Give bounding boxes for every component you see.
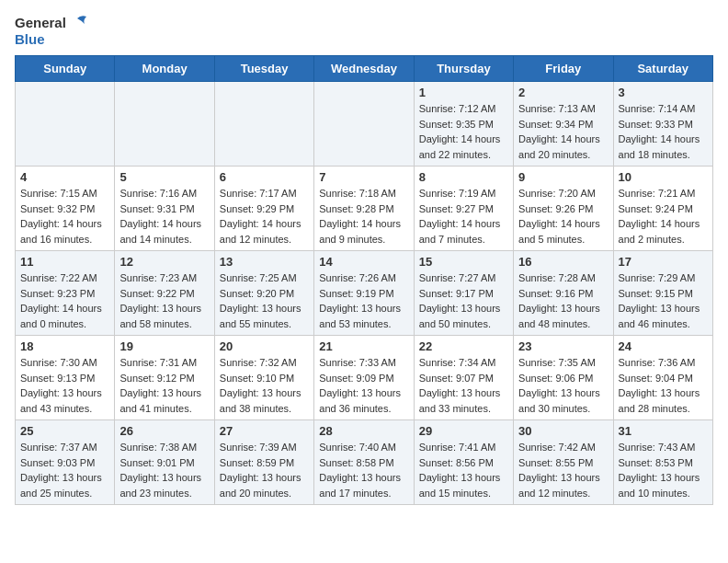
day-info: Sunrise: 7:19 AMSunset: 9:27 PMDaylight:… xyxy=(419,186,508,247)
logo-text-general: General xyxy=(15,15,66,31)
calendar-cell: 18Sunrise: 7:30 AMSunset: 9:13 PMDayligh… xyxy=(16,336,115,420)
day-info: Sunrise: 7:18 AMSunset: 9:28 PMDaylight:… xyxy=(319,186,408,247)
week-row-5: 25Sunrise: 7:37 AMSunset: 9:03 PMDayligh… xyxy=(16,420,713,505)
day-info: Sunrise: 7:33 AMSunset: 9:09 PMDaylight:… xyxy=(319,355,408,416)
calendar-cell: 15Sunrise: 7:27 AMSunset: 9:17 PMDayligh… xyxy=(414,251,513,336)
day-info: Sunrise: 7:16 AMSunset: 9:31 PMDaylight:… xyxy=(119,186,209,247)
calendar-cell: 30Sunrise: 7:42 AMSunset: 8:55 PMDayligh… xyxy=(514,420,613,505)
day-number: 6 xyxy=(220,170,309,184)
day-number: 4 xyxy=(20,170,109,184)
weekday-header-friday: Friday xyxy=(514,56,613,82)
weekday-header-wednesday: Wednesday xyxy=(314,56,414,82)
calendar-cell xyxy=(115,82,214,167)
calendar-cell: 10Sunrise: 7:21 AMSunset: 9:24 PMDayligh… xyxy=(613,167,712,251)
calendar-cell xyxy=(214,82,313,167)
calendar-cell: 9Sunrise: 7:20 AMSunset: 9:26 PMDaylight… xyxy=(514,167,613,251)
calendar-cell: 12Sunrise: 7:23 AMSunset: 9:22 PMDayligh… xyxy=(115,251,214,336)
day-number: 2 xyxy=(518,86,608,99)
day-number: 16 xyxy=(518,255,608,269)
calendar-cell: 13Sunrise: 7:25 AMSunset: 9:20 PMDayligh… xyxy=(214,251,313,336)
day-number: 14 xyxy=(319,255,408,269)
day-info: Sunrise: 7:30 AMSunset: 9:13 PMDaylight:… xyxy=(20,355,109,416)
calendar-cell xyxy=(16,82,115,167)
day-info: Sunrise: 7:15 AMSunset: 9:32 PMDaylight:… xyxy=(20,186,109,247)
day-number: 26 xyxy=(119,424,209,438)
logo-bird-icon xyxy=(68,15,88,31)
week-row-4: 18Sunrise: 7:30 AMSunset: 9:13 PMDayligh… xyxy=(16,336,713,420)
calendar-cell: 21Sunrise: 7:33 AMSunset: 9:09 PMDayligh… xyxy=(314,336,414,420)
weekday-header-sunday: Sunday xyxy=(16,56,115,82)
day-info: Sunrise: 7:27 AMSunset: 9:17 PMDaylight:… xyxy=(419,270,508,331)
day-number: 28 xyxy=(319,424,408,438)
day-number: 23 xyxy=(518,339,608,353)
page-header: General Blue xyxy=(15,15,713,48)
day-info: Sunrise: 7:29 AMSunset: 9:15 PMDaylight:… xyxy=(619,270,708,331)
day-info: Sunrise: 7:40 AMSunset: 8:58 PMDaylight:… xyxy=(319,440,408,500)
day-number: 24 xyxy=(619,339,708,353)
day-info: Sunrise: 7:13 AMSunset: 9:34 PMDaylight:… xyxy=(518,101,608,162)
calendar-cell: 22Sunrise: 7:34 AMSunset: 9:07 PMDayligh… xyxy=(414,336,513,420)
day-number: 8 xyxy=(419,170,508,184)
calendar-cell: 20Sunrise: 7:32 AMSunset: 9:10 PMDayligh… xyxy=(214,336,313,420)
day-number: 21 xyxy=(319,339,408,353)
day-number: 17 xyxy=(619,255,708,269)
calendar-cell: 14Sunrise: 7:26 AMSunset: 9:19 PMDayligh… xyxy=(314,251,414,336)
calendar-cell: 7Sunrise: 7:18 AMSunset: 9:28 PMDaylight… xyxy=(314,167,414,251)
day-info: Sunrise: 7:43 AMSunset: 8:53 PMDaylight:… xyxy=(619,440,708,500)
day-number: 7 xyxy=(319,170,408,184)
week-row-3: 11Sunrise: 7:22 AMSunset: 9:23 PMDayligh… xyxy=(16,251,713,336)
day-info: Sunrise: 7:25 AMSunset: 9:20 PMDaylight:… xyxy=(220,270,309,331)
calendar-cell: 6Sunrise: 7:17 AMSunset: 9:29 PMDaylight… xyxy=(214,167,313,251)
day-info: Sunrise: 7:26 AMSunset: 9:19 PMDaylight:… xyxy=(319,270,408,331)
day-number: 18 xyxy=(20,339,109,353)
day-number: 3 xyxy=(619,86,708,99)
weekday-header-row: SundayMondayTuesdayWednesdayThursdayFrid… xyxy=(16,56,713,82)
calendar-cell: 3Sunrise: 7:14 AMSunset: 9:33 PMDaylight… xyxy=(613,82,712,167)
day-number: 10 xyxy=(619,170,708,184)
day-info: Sunrise: 7:39 AMSunset: 8:59 PMDaylight:… xyxy=(220,440,309,500)
day-number: 11 xyxy=(20,255,109,269)
calendar-cell: 1Sunrise: 7:12 AMSunset: 9:35 PMDaylight… xyxy=(414,82,513,167)
calendar-cell: 17Sunrise: 7:29 AMSunset: 9:15 PMDayligh… xyxy=(613,251,712,336)
day-info: Sunrise: 7:22 AMSunset: 9:23 PMDaylight:… xyxy=(20,270,109,331)
day-number: 20 xyxy=(220,339,309,353)
calendar-cell: 23Sunrise: 7:35 AMSunset: 9:06 PMDayligh… xyxy=(514,336,613,420)
calendar-cell xyxy=(314,82,414,167)
weekday-header-monday: Monday xyxy=(115,56,214,82)
day-number: 1 xyxy=(419,86,508,99)
day-info: Sunrise: 7:36 AMSunset: 9:04 PMDaylight:… xyxy=(619,355,708,416)
calendar-cell: 28Sunrise: 7:40 AMSunset: 8:58 PMDayligh… xyxy=(314,420,414,505)
calendar-cell: 31Sunrise: 7:43 AMSunset: 8:53 PMDayligh… xyxy=(613,420,712,505)
calendar-cell: 27Sunrise: 7:39 AMSunset: 8:59 PMDayligh… xyxy=(214,420,313,505)
day-info: Sunrise: 7:23 AMSunset: 9:22 PMDaylight:… xyxy=(119,270,209,331)
weekday-header-tuesday: Tuesday xyxy=(214,56,313,82)
day-info: Sunrise: 7:28 AMSunset: 9:16 PMDaylight:… xyxy=(518,270,608,331)
day-number: 22 xyxy=(419,339,508,353)
calendar-table: SundayMondayTuesdayWednesdayThursdayFrid… xyxy=(15,55,713,505)
day-info: Sunrise: 7:20 AMSunset: 9:26 PMDaylight:… xyxy=(518,186,608,247)
day-info: Sunrise: 7:31 AMSunset: 9:12 PMDaylight:… xyxy=(119,355,209,416)
calendar-cell: 29Sunrise: 7:41 AMSunset: 8:56 PMDayligh… xyxy=(414,420,513,505)
calendar-cell: 16Sunrise: 7:28 AMSunset: 9:16 PMDayligh… xyxy=(514,251,613,336)
day-info: Sunrise: 7:21 AMSunset: 9:24 PMDaylight:… xyxy=(619,186,708,247)
day-number: 29 xyxy=(419,424,508,438)
day-info: Sunrise: 7:35 AMSunset: 9:06 PMDaylight:… xyxy=(518,355,608,416)
day-info: Sunrise: 7:42 AMSunset: 8:55 PMDaylight:… xyxy=(518,440,608,500)
calendar-cell: 2Sunrise: 7:13 AMSunset: 9:34 PMDaylight… xyxy=(514,82,613,167)
calendar-cell: 19Sunrise: 7:31 AMSunset: 9:12 PMDayligh… xyxy=(115,336,214,420)
day-number: 30 xyxy=(518,424,608,438)
day-info: Sunrise: 7:41 AMSunset: 8:56 PMDaylight:… xyxy=(419,440,508,500)
calendar-cell: 24Sunrise: 7:36 AMSunset: 9:04 PMDayligh… xyxy=(613,336,712,420)
week-row-1: 1Sunrise: 7:12 AMSunset: 9:35 PMDaylight… xyxy=(16,82,713,167)
logo-text-blue: Blue xyxy=(15,31,45,48)
calendar-cell: 5Sunrise: 7:16 AMSunset: 9:31 PMDaylight… xyxy=(115,167,214,251)
calendar-cell: 4Sunrise: 7:15 AMSunset: 9:32 PMDaylight… xyxy=(16,167,115,251)
day-number: 19 xyxy=(119,339,209,353)
day-info: Sunrise: 7:38 AMSunset: 9:01 PMDaylight:… xyxy=(119,440,209,500)
day-info: Sunrise: 7:32 AMSunset: 9:10 PMDaylight:… xyxy=(220,355,309,416)
day-number: 31 xyxy=(619,424,708,438)
calendar-cell: 25Sunrise: 7:37 AMSunset: 9:03 PMDayligh… xyxy=(16,420,115,505)
day-number: 15 xyxy=(419,255,508,269)
calendar-cell: 26Sunrise: 7:38 AMSunset: 9:01 PMDayligh… xyxy=(115,420,214,505)
logo: General Blue xyxy=(15,15,88,48)
